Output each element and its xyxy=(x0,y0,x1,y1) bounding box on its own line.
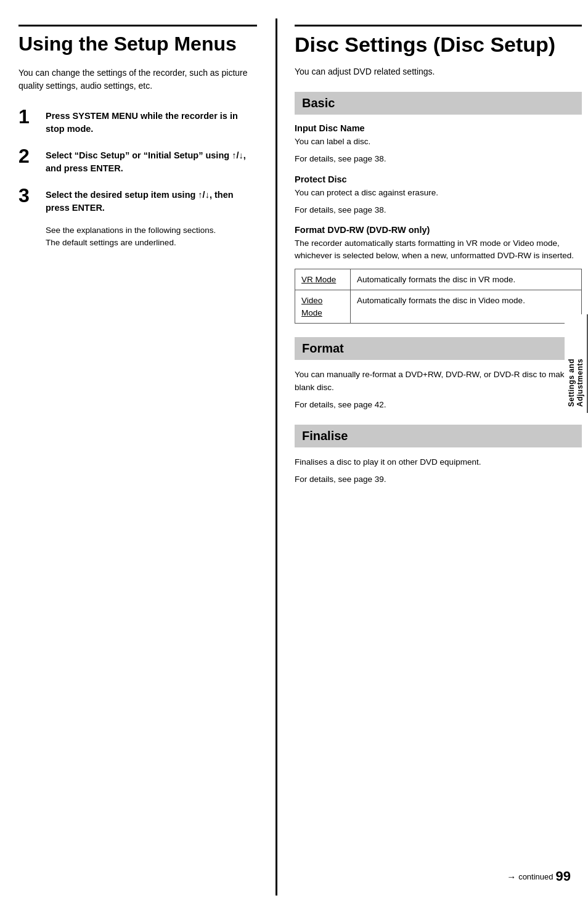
step-2-text: Select “Disc Setup” or “Initial Setup” u… xyxy=(46,145,257,175)
format-line2: For details, see page 42. xyxy=(295,399,582,411)
step-3-text: Select the desired setup item using ↑/↓,… xyxy=(46,185,257,214)
basic-section: Basic Input Disc Name You can label a di… xyxy=(295,92,582,324)
format-section: Format You can manually re-format a DVD+… xyxy=(295,337,582,411)
protect-disc-line1: You can protect a disc against erasure. xyxy=(295,187,582,199)
basic-header: Basic xyxy=(295,92,582,115)
finalise-line2: For details, see page 39. xyxy=(295,473,582,486)
vr-mode-table: VR Mode Automatically formats the disc i… xyxy=(295,269,582,324)
protect-disc-line2: For details, see page 38. xyxy=(295,204,582,216)
left-column: Using the Setup Menus You can change the… xyxy=(18,18,277,896)
step-1: 1 Press SYSTEM MENU while the recorder i… xyxy=(18,106,257,136)
page-container: Using the Setup Menus You can change the… xyxy=(0,0,588,914)
input-disc-name-title: Input Disc Name xyxy=(295,123,582,133)
finalise-section: Finalise Finalises a disc to play it on … xyxy=(295,425,582,486)
step-1-text: Press SYSTEM MENU while the recorder is … xyxy=(46,106,257,136)
right-title: Disc Settings (Disc Setup) xyxy=(295,25,582,57)
video-mode-label: Video Mode xyxy=(295,290,351,324)
video-mode-desc: Automatically formats the disc in Video … xyxy=(351,290,582,324)
format-header: Format xyxy=(295,337,582,360)
step-1-number: 1 xyxy=(18,106,41,128)
right-intro: You can adjust DVD related settings. xyxy=(295,65,582,78)
step-2: 2 Select “Disc Setup” or “Initial Setup”… xyxy=(18,145,257,175)
right-column: Disc Settings (Disc Setup) You can adjus… xyxy=(277,18,582,896)
format-dvd-rw-line1: The recorder automatically starts format… xyxy=(295,237,582,263)
format-dvd-rw-title: Format DVD-RW (DVD-RW only) xyxy=(295,225,582,235)
bottom-bar: → continued 99 xyxy=(507,868,571,884)
vr-mode-label: VR Mode xyxy=(295,269,351,290)
table-row-video: Video Mode Automatically formats the dis… xyxy=(295,290,582,324)
format-dvd-rw: Format DVD-RW (DVD-RW only) The recorder… xyxy=(295,225,582,324)
step-2-number: 2 xyxy=(18,145,41,167)
left-title: Using the Setup Menus xyxy=(18,25,257,55)
step-3-sub1: See the explanations in the following se… xyxy=(46,224,257,250)
side-tab: Settings and Adjustments xyxy=(565,314,588,413)
continued-arrow: → xyxy=(507,871,516,882)
input-disc-name-line2: For details, see page 38. xyxy=(295,153,582,165)
page-number: 99 xyxy=(556,868,571,884)
input-disc-name-line1: You can label a disc. xyxy=(295,136,582,148)
vr-mode-desc: Automatically formats the disc in VR mod… xyxy=(351,269,582,290)
step-3: 3 Select the desired setup item using ↑/… xyxy=(18,185,257,214)
table-row-vr: VR Mode Automatically formats the disc i… xyxy=(295,269,582,290)
input-disc-name: Input Disc Name You can label a disc. Fo… xyxy=(295,123,582,166)
protect-disc: Protect Disc You can protect a disc agai… xyxy=(295,174,582,217)
format-line1: You can manually re-format a DVD+RW, DVD… xyxy=(295,369,582,394)
finalise-header: Finalise xyxy=(295,425,582,447)
finalise-line1: Finalises a disc to play it on other DVD… xyxy=(295,456,582,468)
protect-disc-title: Protect Disc xyxy=(295,174,582,184)
step-3-number: 3 xyxy=(18,185,41,206)
continued-text: continued xyxy=(518,872,553,881)
left-intro: You can change the settings of the recor… xyxy=(18,67,257,92)
